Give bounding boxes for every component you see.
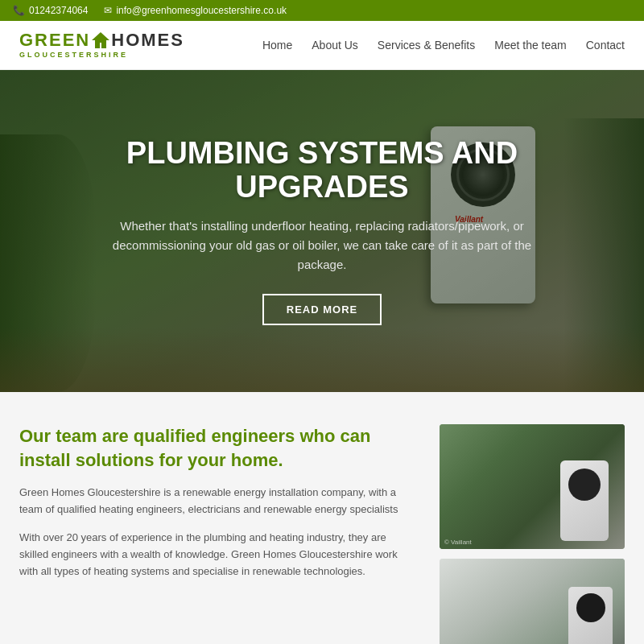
content-image-1: © Vaillant [440, 424, 625, 549]
email-icon: ✉ [104, 5, 112, 16]
content-right: © Vaillant [440, 424, 625, 644]
hero-content: PLUMBING SYSTEMS AND UPGRADES Whether th… [48, 137, 596, 326]
phone-item: 📞 01242374064 [13, 5, 88, 16]
nav-home[interactable]: Home [262, 39, 292, 52]
top-bar: 📞 01242374064 ✉ info@greenhomesglouceste… [0, 0, 644, 21]
content-para-2: With over 20 years of experience in the … [19, 530, 407, 580]
phone-number: 01242374064 [29, 5, 88, 16]
content-left: Our team are qualified engineers who can… [19, 424, 415, 644]
img-caption-1: © Vaillant [444, 539, 472, 546]
logo: GREEN HOMES GLOUCESTERSHIRE [19, 31, 184, 60]
email-item: ✉ info@greenhomesgloucestershire.co.uk [104, 5, 287, 16]
content-image-2 [440, 559, 625, 644]
svg-marker-0 [92, 32, 109, 48]
logo-green: GREEN [19, 31, 90, 50]
phone-icon: 📞 [13, 5, 25, 16]
header: GREEN HOMES GLOUCESTERSHIRE Home About U… [0, 21, 644, 70]
main-nav: Home About Us Services & Benefits Meet t… [262, 39, 625, 52]
nav-contact[interactable]: Contact [586, 39, 625, 52]
hero-subtitle: Whether that's installing underfloor hea… [97, 217, 547, 275]
logo-house-icon [91, 31, 110, 49]
hero-cta-button[interactable]: READ MORE [262, 294, 382, 325]
content-para-1: Green Homes Gloucestershire is a renewab… [19, 485, 407, 518]
nav-team[interactable]: Meet the team [494, 39, 567, 52]
logo-subtext: GLOUCESTERSHIRE [19, 52, 184, 60]
email-address: info@greenhomesgloucestershire.co.uk [116, 5, 287, 16]
hero-title: PLUMBING SYSTEMS AND UPGRADES [97, 137, 547, 204]
nav-services[interactable]: Services & Benefits [378, 39, 475, 52]
logo-homes: HOMES [111, 31, 184, 50]
hero-section: Vaillant PLUMBING SYSTEMS AND UPGRADES W… [0, 70, 644, 392]
content-heading: Our team are qualified engineers who can… [19, 424, 407, 472]
content-section: Our team are qualified engineers who can… [0, 392, 644, 644]
nav-about[interactable]: About Us [312, 39, 358, 52]
